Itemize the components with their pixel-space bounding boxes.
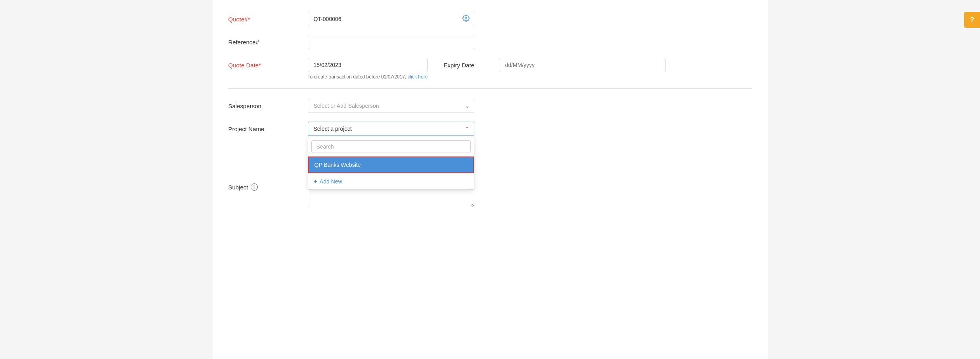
expiry-date-input[interactable] xyxy=(499,58,665,72)
project-name-select[interactable]: Select a project xyxy=(308,122,474,136)
project-search-wrapper xyxy=(308,137,474,157)
salesperson-field-wrap: Select or Add Salesperson ⌄ xyxy=(308,99,474,113)
plus-icon: + xyxy=(314,178,317,185)
page-container: Quote#* Reference# Quote Date* xyxy=(213,0,768,359)
help-button[interactable]: ? xyxy=(964,12,980,28)
expiry-date-label: Expiry Date xyxy=(443,58,499,69)
reference-field-wrap xyxy=(308,35,474,49)
quote-number-field-wrap xyxy=(308,12,474,26)
project-name-label: Project Name xyxy=(228,122,308,132)
gear-icon[interactable] xyxy=(462,15,470,23)
reference-row: Reference# xyxy=(228,35,752,49)
reference-input[interactable] xyxy=(308,35,474,49)
quote-number-input[interactable] xyxy=(308,12,474,26)
subject-label-wrap: Subject i xyxy=(228,183,308,191)
project-dropdown-panel: QP Banks Website + Add New xyxy=(308,137,474,190)
subject-label: Subject i xyxy=(228,180,308,191)
expiry-date-wrap xyxy=(499,58,665,72)
project-search-input[interactable] xyxy=(311,140,471,153)
salesperson-select[interactable]: Select or Add Salesperson xyxy=(308,99,474,113)
reference-label: Reference# xyxy=(228,35,308,46)
quote-date-hint: To create transaction dated before 01/07… xyxy=(308,74,428,80)
expiry-date-col: Expiry Date xyxy=(443,58,665,72)
dates-row: Quote Date* To create transaction dated … xyxy=(228,58,752,80)
quote-date-col: Quote Date* To create transaction dated … xyxy=(228,58,428,80)
salesperson-row: Salesperson Select or Add Salesperson ⌄ xyxy=(228,99,752,113)
info-icon[interactable]: i xyxy=(251,183,258,191)
project-option-qp-banks[interactable]: QP Banks Website xyxy=(308,157,474,173)
subject-row: Subject i xyxy=(228,180,752,209)
click-here-link[interactable]: click here xyxy=(408,74,428,80)
project-name-select-wrapper: Select a project ⌄ xyxy=(308,122,474,136)
project-name-field-wrap: Select a project ⌄ QP Banks Website + Ad… xyxy=(308,122,474,136)
svg-point-0 xyxy=(465,17,467,19)
salesperson-select-wrapper: Select or Add Salesperson ⌄ xyxy=(308,99,474,113)
quote-number-row: Quote#* xyxy=(228,12,752,26)
section-divider xyxy=(228,88,752,89)
add-new-project-item[interactable]: + Add New xyxy=(308,173,474,189)
quote-number-input-wrapper xyxy=(308,12,474,26)
project-name-row: Project Name Select a project ⌄ QP Banks… xyxy=(228,122,752,136)
quote-date-wrap: To create transaction dated before 01/07… xyxy=(308,58,428,80)
quote-number-label: Quote#* xyxy=(228,12,308,23)
quote-date-input[interactable] xyxy=(308,58,428,72)
quote-date-label: Quote Date* xyxy=(228,58,308,69)
salesperson-label: Salesperson xyxy=(228,99,308,109)
